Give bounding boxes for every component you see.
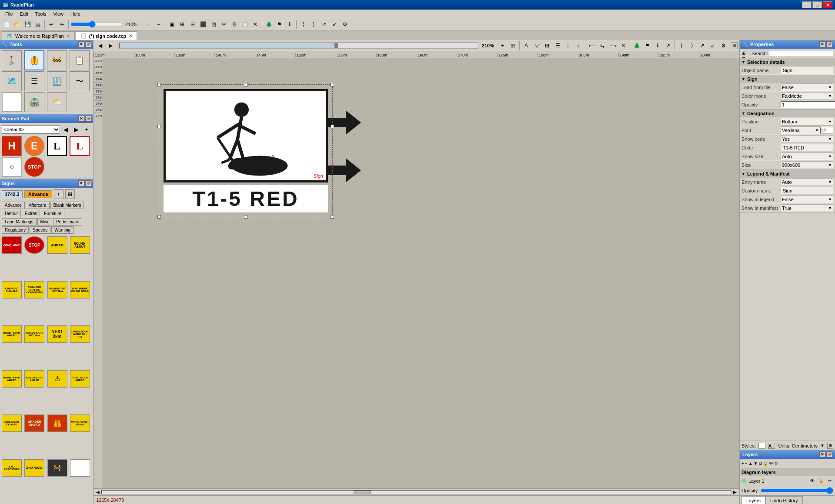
sign-item-stop[interactable]: STOP [24, 236, 44, 254]
show-code-value[interactable]: Yes ▼ [781, 135, 833, 143]
canvas-misc1[interactable]: ↗ [663, 41, 673, 50]
scrollbar-track[interactable] [101, 490, 731, 494]
canvas-tool-cols[interactable]: ☰ [553, 41, 562, 50]
handle-mr[interactable] [331, 125, 334, 128]
units-settings[interactable]: ⚙ [827, 443, 833, 449]
position-value[interactable]: Bottom ▼ [781, 118, 833, 126]
tab-signcode-close[interactable]: ✕ [129, 33, 132, 38]
layers-pin[interactable]: 📌 [826, 451, 832, 458]
canvas-arrow-back[interactable]: ⟨ [677, 41, 686, 50]
scratch-item-h[interactable]: H [2, 136, 22, 156]
show-in-legend-value[interactable]: False ▼ [781, 196, 833, 203]
sign-item-giveway[interactable]: GIVE WAY [2, 236, 22, 254]
handle-bl[interactable] [157, 215, 161, 219]
layer-dup-btn[interactable]: ⧉ [759, 461, 762, 466]
properties-pin[interactable]: 📌 [826, 41, 832, 47]
font-value[interactable]: Verdana ▼ [781, 126, 820, 134]
scroll-left-btn[interactable]: ◀ [94, 489, 101, 496]
color-mode-value[interactable]: FaxMode ▼ [781, 92, 833, 100]
toolbar-flag[interactable]: ⚑ [274, 20, 284, 29]
tool-list[interactable]: ☰ [24, 71, 44, 91]
sign-section-header[interactable]: Sign [740, 75, 835, 83]
load-from-file-value[interactable]: False ▼ [781, 83, 833, 91]
selection-details-header[interactable]: Selection details [740, 58, 835, 66]
close-button[interactable]: ✕ [823, 1, 832, 8]
canvas-zoom-in-btn[interactable]: + [498, 41, 507, 50]
canvas-export2[interactable]: ↗ [698, 41, 707, 50]
canvas-import2[interactable]: ↙ [708, 41, 718, 50]
toolbar-zoom-in[interactable]: + [143, 20, 153, 29]
signs-cat-detour[interactable]: Detour [2, 210, 21, 217]
signs-cat-warning[interactable]: Warning [51, 226, 73, 234]
toolbar-zoom-out[interactable]: − [154, 20, 163, 29]
maximize-button[interactable]: □ [812, 1, 822, 8]
toolbar-print[interactable]: 🖨️ [33, 20, 43, 29]
toolbar-grid[interactable]: ⊟ [188, 20, 197, 29]
signs-cat-pedestrians[interactable]: Pedestrians [53, 218, 82, 225]
tab-welcome[interactable]: 🗺️ Welcome to RapidPlan ✕ [2, 31, 75, 40]
toolbar-select[interactable]: ▣ [167, 20, 177, 29]
tool-cones[interactable]: 🚧 [47, 50, 67, 70]
toolbar-import[interactable]: ↙ [330, 20, 339, 29]
canvas-info2[interactable]: ℹ [653, 41, 662, 50]
canvas-nav-next[interactable]: ▶ [106, 41, 115, 50]
handle-ml[interactable] [157, 125, 161, 128]
layers-close[interactable]: ✕ [819, 451, 825, 458]
menu-help[interactable]: Help [67, 10, 84, 17]
toolbar-export[interactable]: ↗ [319, 20, 329, 29]
sign-item-roadwork-on[interactable]: ROADWORK ON 301 ROAD [70, 281, 90, 298]
menu-tools[interactable]: Tools [32, 10, 50, 17]
tool-pedestrian[interactable]: 🚶 [2, 50, 22, 70]
units-dropdown[interactable]: ▼ [820, 443, 825, 448]
layer-up-btn[interactable]: ▲ [748, 461, 753, 466]
opacity-input[interactable] [781, 101, 835, 108]
toolbar-tree[interactable]: 🌲 [264, 20, 274, 29]
toolbar-new[interactable]: 📄 [2, 20, 11, 29]
canvas-tool-a[interactable]: A [521, 41, 531, 50]
tools-close-btn[interactable]: ✕ [78, 41, 84, 47]
sign-item-road-plant-a3[interactable]: ROAD PLANT AHEAD [24, 370, 44, 388]
signs-grid-btn[interactable]: ⊞ [65, 189, 75, 199]
toolbar-info[interactable]: ℹ [285, 20, 294, 29]
layer-vis-btn[interactable]: 👁 [769, 461, 773, 466]
show-size-value[interactable]: Auto ▼ [781, 153, 833, 160]
canvas-tool-rows[interactable]: ⋮ [563, 41, 573, 50]
sign-item-worker-dark[interactable]: 🚧 [47, 459, 67, 477]
sign-item-changed-signals[interactable]: CHANGED SIGNALS [2, 281, 22, 298]
toolbar-layer-toggle[interactable]: ⊞ [177, 20, 187, 29]
scratch-item-e[interactable]: E [24, 136, 44, 156]
sign-item-road-plant-ahead[interactable]: ROAD PLANT AHEAD [2, 325, 22, 343]
layer-1-eye[interactable]: 👁 [809, 477, 816, 484]
canvas-delete[interactable]: ✕ [618, 41, 628, 50]
signs-panel-pin[interactable]: 📌 [85, 180, 91, 186]
sign-item-road-plant-a2[interactable]: ROAD PLANT AHEAD [2, 370, 22, 388]
properties-close[interactable]: ✕ [819, 41, 825, 47]
sign-container[interactable]: Sign T1-5 RED [159, 84, 333, 217]
tool-white-sq[interactable] [2, 92, 22, 112]
layer-options-btn[interactable]: ⚙ [774, 461, 778, 466]
opacity-slider[interactable] [761, 488, 833, 493]
scratch-item-l2[interactable]: L [70, 136, 90, 156]
tools-pin-btn[interactable]: 📌 [85, 41, 91, 47]
toolbar-options[interactable]: ⚙ [340, 20, 350, 29]
canvas-tree2[interactable]: 🌲 [632, 41, 641, 50]
toolbar-nav-back[interactable]: ⟨ [298, 20, 308, 29]
entry-name-value[interactable]: Auto ▼ [781, 178, 833, 186]
signs-cat-regulatory[interactable]: Regulatory [2, 226, 29, 234]
menu-view[interactable]: View [50, 10, 67, 17]
handle-bm[interactable] [244, 215, 247, 219]
show-in-manifest-value[interactable]: True ▼ [781, 204, 833, 212]
sign-item-side-road-closed[interactable]: SIDE ROAD CLOSED [2, 414, 22, 432]
toolbar-save[interactable]: 💾 [23, 20, 32, 29]
tool-worker[interactable]: 🦺 [24, 50, 44, 70]
layer-del-btn[interactable]: − [745, 461, 748, 466]
signs-cat-blank-markers[interactable]: Blank Markers [50, 202, 84, 209]
sign-item-water[interactable]: WATER OVER ROAD [70, 414, 90, 432]
layer-1-row[interactable]: Layer 1 👁 🔒 ✏ [740, 476, 835, 486]
signs-panel-close[interactable]: ✕ [78, 180, 84, 186]
sign-item-worker-red[interactable]: 🦺 [47, 414, 67, 432]
legend-manifest-header[interactable]: Legend & Manifest [740, 170, 835, 178]
toolbar-delete[interactable]: ✕ [250, 20, 260, 29]
canvas-tool-dropdown[interactable]: ▿ [574, 41, 583, 50]
canvas-zoom-fit[interactable]: ⊞ [508, 41, 518, 50]
